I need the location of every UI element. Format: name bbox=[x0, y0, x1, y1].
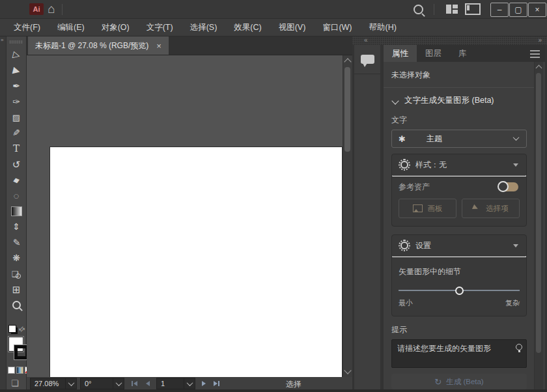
artboard-number-value: 1 bbox=[157, 380, 184, 387]
collapse-panels-icon[interactable]: « bbox=[364, 36, 368, 44]
selection-reference-button[interactable]: 选择项 bbox=[462, 199, 520, 218]
tab-libraries[interactable]: 库 bbox=[450, 45, 475, 62]
left-dock-edge[interactable]: » bbox=[0, 36, 7, 392]
tab-close-icon[interactable]: × bbox=[156, 41, 161, 51]
selection-button-label: 选择项 bbox=[486, 204, 509, 214]
maximize-button[interactable]: ▢ bbox=[509, 3, 527, 17]
minimize-button[interactable]: – bbox=[490, 3, 509, 17]
expand-panels-icon[interactable]: » bbox=[538, 36, 542, 44]
eyedropper-tool[interactable] bbox=[7, 234, 26, 250]
bar-icon bbox=[218, 381, 219, 386]
color-swatch[interactable] bbox=[8, 367, 15, 374]
artboard-dropdown-button[interactable] bbox=[184, 378, 195, 389]
default-fill-stroke-icon[interactable] bbox=[8, 325, 16, 333]
curvature-tool[interactable] bbox=[7, 94, 26, 109]
search-icon bbox=[414, 5, 423, 14]
scroll-up-icon[interactable] bbox=[344, 58, 351, 65]
close-button[interactable]: × bbox=[528, 3, 546, 17]
menu-item[interactable]: 编辑(E) bbox=[49, 19, 93, 36]
text-to-vector-section-header[interactable]: 文字生成矢量图形 (Beta) bbox=[391, 95, 527, 106]
drawing-mode-icon[interactable]: ❏ bbox=[11, 378, 19, 388]
artboard[interactable] bbox=[50, 147, 342, 377]
artboard-number-field[interactable]: 1 bbox=[156, 378, 195, 389]
rotation-dropdown-button[interactable] bbox=[113, 378, 124, 389]
gradient-tool[interactable] bbox=[7, 203, 26, 219]
menu-item[interactable]: 视图(V) bbox=[270, 19, 315, 36]
toolbar-grip[interactable] bbox=[7, 36, 26, 47]
swap-fill-stroke-icon[interactable]: ⇆ bbox=[17, 324, 27, 335]
settings-header-row[interactable]: 设置 bbox=[392, 235, 526, 256]
rotate-tool[interactable] bbox=[7, 156, 26, 172]
artboard-tool[interactable] bbox=[7, 281, 26, 297]
arrange-documents-icon bbox=[465, 3, 481, 15]
workspace-switcher-button[interactable] bbox=[444, 3, 460, 16]
document-tab[interactable]: 未标题-1 @ 27.08 % (RGB/预览) × bbox=[28, 36, 169, 55]
menu-item[interactable]: 帮助(H) bbox=[361, 19, 405, 36]
document-tab-title: 未标题-1 @ 27.08 % (RGB/预览) bbox=[35, 40, 148, 51]
detail-slider[interactable] bbox=[399, 287, 520, 295]
comments-panel-tab[interactable] bbox=[354, 45, 380, 74]
detail-label: 矢量图形中的细节 bbox=[399, 266, 520, 277]
last-artboard-button[interactable] bbox=[210, 378, 223, 389]
canvas-viewport[interactable] bbox=[27, 55, 352, 377]
lasso-tool[interactable] bbox=[7, 188, 26, 203]
scroll-down-icon[interactable] bbox=[344, 367, 351, 374]
eraser-tool[interactable] bbox=[7, 172, 26, 188]
symbol-sprayer-tool[interactable] bbox=[7, 250, 26, 266]
zoom-level-field[interactable]: 27.08% bbox=[30, 378, 77, 389]
menu-item[interactable]: 文字(T) bbox=[138, 19, 182, 36]
panel-scrollbar[interactable] bbox=[534, 62, 543, 392]
shape-builder-tool[interactable] bbox=[7, 266, 26, 281]
gear-icon bbox=[400, 161, 408, 169]
next-artboard-button[interactable] bbox=[197, 378, 210, 389]
scrollbar-thumb[interactable] bbox=[536, 73, 541, 353]
first-artboard-button[interactable] bbox=[128, 378, 141, 389]
scrollbar-thumb[interactable] bbox=[344, 67, 350, 152]
style-header-row[interactable]: 样式：无 bbox=[392, 154, 526, 175]
close-icon: × bbox=[535, 6, 539, 14]
paintbrush-tool[interactable] bbox=[7, 125, 26, 141]
subject-dropdown[interactable]: ✱ 主题 bbox=[391, 130, 527, 148]
right-dock: « » 属性图层库 未选择对象 文字生成矢量图形 (Beta) 文字 ✱ bbox=[352, 36, 547, 392]
generate-button[interactable]: ↻ 生成 (Beta) bbox=[391, 374, 527, 389]
window-bottom-edge bbox=[0, 389, 547, 392]
menu-item[interactable]: 窗口(W) bbox=[314, 19, 360, 36]
vertical-scrollbar[interactable] bbox=[343, 55, 352, 377]
width-tool[interactable] bbox=[7, 219, 26, 234]
arrange-documents-button[interactable] bbox=[465, 3, 481, 16]
subject-value: 主题 bbox=[427, 133, 442, 145]
gradient-swatch[interactable] bbox=[16, 367, 23, 374]
no-selection-label: 未选择对象 bbox=[391, 70, 527, 81]
titlebar-divider bbox=[62, 4, 63, 15]
rotation-field[interactable]: 0° bbox=[80, 378, 124, 389]
document-tabbar: 未标题-1 @ 27.08 % (RGB/预览) × bbox=[27, 36, 352, 55]
home-icon[interactable]: ⌂ bbox=[43, 1, 60, 18]
zoom-tool[interactable] bbox=[7, 297, 26, 313]
menu-item[interactable]: 选择(S) bbox=[182, 19, 226, 36]
lightbulb-icon[interactable] bbox=[516, 344, 522, 350]
scroll-up-icon[interactable] bbox=[536, 65, 542, 72]
previous-artboard-button[interactable] bbox=[141, 378, 154, 389]
tab-properties[interactable]: 属性 bbox=[384, 45, 417, 62]
reference-asset-toggle[interactable] bbox=[499, 182, 518, 191]
chevron-down-icon bbox=[186, 380, 193, 386]
reference-asset-label: 参考资产 bbox=[399, 182, 430, 193]
type-tool[interactable] bbox=[7, 141, 26, 156]
prompt-input[interactable] bbox=[391, 339, 527, 368]
tab-layers[interactable]: 图层 bbox=[417, 45, 450, 62]
curvature-tool-icon bbox=[12, 97, 20, 106]
zoom-dropdown-button[interactable] bbox=[65, 378, 76, 389]
pen-tool[interactable] bbox=[7, 78, 26, 94]
menu-item[interactable]: 文件(F) bbox=[5, 19, 49, 36]
search-button[interactable] bbox=[410, 3, 426, 16]
panel-menu-icon[interactable] bbox=[530, 50, 540, 58]
artboard-button-label: 画板 bbox=[428, 204, 443, 214]
direct-selection-tool[interactable] bbox=[7, 63, 26, 78]
menu-item[interactable]: 效果(C) bbox=[225, 19, 270, 36]
toolbar-tools bbox=[7, 47, 26, 313]
rectangle-tool[interactable] bbox=[7, 109, 26, 125]
artboard-reference-button[interactable]: 画板 bbox=[399, 199, 456, 218]
menu-item[interactable]: 对象(O) bbox=[93, 19, 138, 36]
slider-knob[interactable] bbox=[455, 287, 464, 295]
selection-tool[interactable] bbox=[7, 47, 26, 63]
